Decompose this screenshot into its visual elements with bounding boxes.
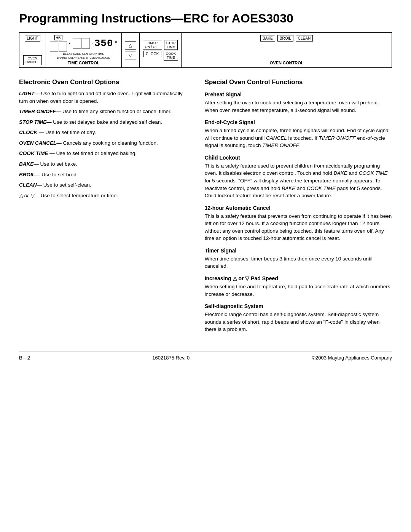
baking-label: BAKING bbox=[57, 56, 67, 59]
bake-ind-label: BAKE bbox=[73, 52, 81, 56]
preheat-signal-heading: Preheat Signal bbox=[205, 91, 392, 97]
bake-item: BAKE— Use to set bake. bbox=[19, 160, 190, 168]
time-control-label: TIME CONTROL bbox=[68, 61, 100, 65]
part-number: 16021875 Rev. 0 bbox=[152, 355, 190, 361]
n-label: N bbox=[86, 56, 88, 59]
cln-label: CLN bbox=[82, 52, 88, 56]
timer-signal-body: When time elapses, timer beeps 3 times t… bbox=[205, 255, 392, 270]
temp-display: 350 bbox=[94, 38, 113, 49]
page-ref: B—2 bbox=[19, 355, 30, 361]
self-diag-heading: Self-diagnostic System bbox=[205, 303, 392, 309]
time-control-section: HR · · 350 ° DELAY BAKE CLN STOP TIME BA… bbox=[46, 33, 122, 67]
control-panel: LIGHT OVEN CANCEL HR · · 350 ° DELAY bbox=[19, 32, 392, 68]
stop-time-ind-label: STOP TIME bbox=[89, 52, 104, 56]
footer: B—2 16021875 Rev. 0 ©2003 Maytag Applian… bbox=[19, 351, 392, 361]
left-heading: Electronic Oven Control Options bbox=[19, 78, 190, 86]
arrow-section: △ ▽ bbox=[122, 33, 140, 67]
up-arrow-button[interactable]: △ bbox=[125, 41, 136, 50]
self-diag-body: Electronic range control has a self-diag… bbox=[205, 311, 392, 333]
delay-label: DELAY bbox=[63, 52, 72, 56]
page-title: Programming Instructions—ERC for AOES303… bbox=[19, 11, 392, 26]
delay-bake-label: DELAY BAKE bbox=[68, 56, 85, 59]
stop-time-item: STOP TIME— Use to set delayed bake and d… bbox=[19, 118, 190, 126]
timer-signal-heading: Timer Signal bbox=[205, 248, 392, 254]
min-digit-2 bbox=[81, 38, 90, 49]
light-item: LIGHT— Use to turn light on and off insi… bbox=[19, 90, 190, 105]
clock-button[interactable]: CLOCK bbox=[143, 51, 161, 57]
indicator-labels: DELAY BAKE CLN STOP TIME bbox=[63, 52, 104, 56]
stop-time-button[interactable]: STOP TIME bbox=[164, 40, 178, 50]
stop-cook-col: STOP TIME COOK TIME bbox=[164, 40, 178, 61]
end-of-cycle-heading: End-of-Cycle Signal bbox=[205, 119, 392, 125]
light-cancel-section: LIGHT OVEN CANCEL bbox=[19, 33, 46, 67]
timer-on-off-col: TIMER ON / OFF CLOCK bbox=[143, 40, 162, 61]
min-digit-1 bbox=[73, 38, 81, 49]
broil-item: BROIL— Use to set broil bbox=[19, 171, 190, 179]
hour-digit-2 bbox=[59, 41, 67, 52]
clean-locked-label: CLEAN LOCKED bbox=[90, 56, 110, 59]
child-lockout-heading: Child Lockout bbox=[205, 155, 392, 161]
cook-time-item: COOK TIME — Use to set timed or delayed … bbox=[19, 150, 190, 157]
right-column: Special Oven Control Functions Preheat S… bbox=[205, 78, 392, 336]
cook-time-button[interactable]: COOK TIME bbox=[164, 51, 178, 61]
oven-cancel-button[interactable]: OVEN CANCEL bbox=[23, 55, 42, 65]
arrow-item: △ or ▽— Use to select temperature or tim… bbox=[19, 192, 190, 200]
content-area: Electronic Oven Control Options LIGHT— U… bbox=[19, 78, 392, 336]
auto-cancel-heading: 12-hour Automatic Cancel bbox=[205, 205, 392, 211]
hour-digit-1 bbox=[50, 41, 58, 52]
oven-button-row: BAKE BROIL CLEAN bbox=[260, 35, 313, 42]
oven-cancel-item: OVEN CANCEL— Cancels any cooking or clea… bbox=[19, 139, 190, 147]
clean-item: CLEAN— Use to set self-clean. bbox=[19, 181, 190, 189]
timer-on-off-button[interactable]: TIMER ON / OFF bbox=[143, 40, 162, 50]
bake-button[interactable]: BAKE bbox=[260, 35, 275, 42]
left-column: Electronic Oven Control Options LIGHT— U… bbox=[19, 78, 190, 336]
oven-control-section: BAKE BROIL CLEAN OVEN CONTROL bbox=[182, 33, 392, 67]
timer-onoff-item: TIMER ON/OFF— Use to time any kitchen fu… bbox=[19, 108, 190, 115]
end-of-cycle-body: When a timed cycle is complete, three lo… bbox=[205, 127, 392, 149]
broil-button[interactable]: BROIL bbox=[277, 35, 293, 42]
hr-label: HR bbox=[54, 35, 62, 40]
light-button[interactable]: LIGHT bbox=[25, 35, 40, 42]
copyright: ©2003 Maytag Appliances Company bbox=[312, 355, 392, 361]
auto-cancel-body: This is a safety feature that prevents o… bbox=[205, 212, 392, 242]
child-lockout-body: This is a safety feature used to prevent… bbox=[205, 162, 392, 200]
degree-symbol: ° bbox=[115, 40, 118, 48]
colon-separator: · bbox=[68, 40, 71, 48]
clock-item: CLOCK — Use to set time of day. bbox=[19, 129, 190, 136]
timer-section: TIMER ON / OFF CLOCK STOP TIME COOK TIME bbox=[140, 33, 182, 67]
oven-control-label: OVEN CONTROL bbox=[270, 61, 304, 65]
right-heading: Special Oven Control Functions bbox=[205, 78, 392, 86]
colon-dot: · bbox=[92, 42, 93, 45]
pad-speed-heading: Increasing △ or ▽ Pad Speed bbox=[205, 275, 392, 281]
timer-group: TIMER ON / OFF CLOCK STOP TIME COOK TIME bbox=[143, 40, 178, 61]
pad-speed-body: When setting time and temperature, hold … bbox=[205, 283, 392, 298]
down-arrow-button[interactable]: ▽ bbox=[125, 51, 136, 59]
clean-button[interactable]: CLEAN bbox=[296, 35, 313, 42]
preheat-signal-body: After setting the oven to cook and selec… bbox=[205, 99, 392, 114]
